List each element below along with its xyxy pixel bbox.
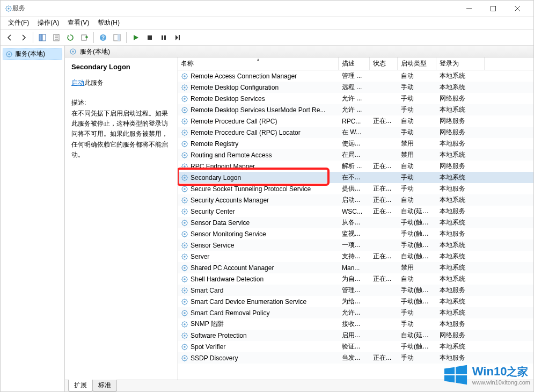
service-row[interactable]: Sensor Service一项...手动(触发...本地系统 <box>178 239 533 251</box>
gear-icon <box>69 48 77 55</box>
service-row[interactable]: Secure Socket Tunneling Protocol Service… <box>178 183 533 194</box>
cell-name: Sensor Data Service <box>178 219 339 227</box>
service-row[interactable]: Spot Verifier验证...手动(触发...本地系统 <box>178 341 533 352</box>
gear-icon <box>181 354 188 362</box>
service-list-body[interactable]: Remote Access Connection Manager管理 ...自动… <box>178 70 533 380</box>
service-row[interactable]: Smart Card管理...手动(触发...本地服务 <box>178 285 533 296</box>
service-row[interactable]: Remote Desktop Services允许 ...手动网络服务 <box>178 93 533 104</box>
service-row[interactable]: Remote Access Connection Manager管理 ...自动… <box>178 70 533 82</box>
column-header-logon[interactable]: 登录为 <box>436 57 485 70</box>
cell-status: 正在... <box>370 184 398 193</box>
service-row[interactable]: RPC Endpoint Mapper解析 ...正在...自动网络服务 <box>178 161 533 172</box>
service-row[interactable]: Smart Card Removal Policy允许...手动本地系统 <box>178 307 533 318</box>
cell-start: 自动 <box>398 162 436 171</box>
cell-desc: 在不... <box>339 173 370 182</box>
column-header-desc[interactable]: 描述 <box>339 57 370 70</box>
service-row[interactable]: Smart Card Device Enumeration Service为给.… <box>178 296 533 307</box>
nav-back-button[interactable] <box>4 32 16 43</box>
cell-desc: 为给... <box>339 297 370 306</box>
service-row[interactable]: Remote Procedure Call (RPC) Locator在 W..… <box>178 127 533 138</box>
column-header-start[interactable]: 启动类型 <box>398 57 436 70</box>
cell-start: 手动(触发... <box>398 218 436 227</box>
close-button[interactable] <box>505 1 529 17</box>
menu-bar: 文件(F) 操作(A) 查看(V) 帮助(H) <box>1 17 533 30</box>
tree-services-local[interactable]: 服务(本地) <box>3 48 62 60</box>
service-row[interactable]: Shared PC Account ManagerMan...禁用本地系统 <box>178 262 533 273</box>
service-row[interactable]: Routing and Remote Access在局...禁用本地系统 <box>178 149 533 161</box>
service-row[interactable]: Remote Registry使远...禁用本地服务 <box>178 138 533 149</box>
cell-start: 手动(触发... <box>398 286 436 295</box>
gear-icon <box>181 174 188 182</box>
window-title: 服务 <box>12 4 457 13</box>
service-name-text: Secure Socket Tunneling Protocol Service <box>191 185 311 193</box>
gear-icon <box>181 332 188 339</box>
cell-desc: Man... <box>339 264 370 272</box>
cell-logon: 本地系统 <box>436 173 485 182</box>
start-service-suffix: 此服务 <box>84 79 104 86</box>
cell-logon: 本地服务 <box>436 207 485 216</box>
service-row[interactable]: Security CenterWSC...正在...自动(延迟...本地服务 <box>178 206 533 217</box>
service-row[interactable]: Sensor Data Service从各...手动(触发...本地系统 <box>178 217 533 228</box>
start-service-button[interactable] <box>130 32 142 43</box>
tab-extended[interactable]: 扩展 <box>68 380 93 391</box>
service-name-text: Remote Desktop Services UserMode Port Re… <box>191 106 325 114</box>
minimize-button[interactable] <box>457 1 481 17</box>
service-row[interactable]: Sensor Monitoring Service监视...手动(触发...本地… <box>178 228 533 239</box>
gear-icon <box>181 151 188 159</box>
gear-icon <box>181 72 188 80</box>
service-name-text: Shared PC Account Manager <box>191 264 274 272</box>
service-name-text: Routing and Remote Access <box>191 151 272 159</box>
cell-logon: 网络服务 <box>436 162 485 171</box>
maximize-button[interactable] <box>481 1 505 17</box>
service-row[interactable]: SNMP 陷阱接收...手动本地服务 <box>178 318 533 330</box>
service-row[interactable]: Remote Desktop Configuration远程 ...手动本地系统 <box>178 82 533 93</box>
cell-status: 正在... <box>370 207 398 216</box>
service-row[interactable]: Secondary Logon在不...手动本地系统 <box>178 172 533 183</box>
cell-logon: 本地服务 <box>436 320 485 329</box>
service-row[interactable]: Shell Hardware Detection为自...正在...自动本地系统 <box>178 273 533 285</box>
nav-forward-button[interactable] <box>18 32 30 43</box>
menu-action[interactable]: 操作(A) <box>33 17 63 28</box>
stop-service-button[interactable] <box>144 32 156 43</box>
gear-icon <box>181 118 188 125</box>
start-service-link[interactable]: 启动 <box>71 79 84 86</box>
cell-desc: 允许 ... <box>339 94 370 103</box>
restart-service-button[interactable] <box>172 32 184 43</box>
properties-button[interactable] <box>50 32 62 43</box>
cell-start: 手动 <box>398 308 436 317</box>
cell-desc: 管理... <box>339 286 370 295</box>
service-row[interactable]: Security Accounts Manager启动...正在...自动本地系… <box>178 194 533 206</box>
service-row[interactable]: Remote Procedure Call (RPC)RPC...正在...自动… <box>178 115 533 127</box>
cell-logon: 本地系统 <box>436 83 485 92</box>
cell-name: Spot Verifier <box>178 343 339 351</box>
service-name-text: Smart Card Removal Policy <box>191 309 269 317</box>
help-button[interactable]: ? <box>97 32 109 43</box>
menu-help[interactable]: 帮助(H) <box>93 17 124 28</box>
service-name-text: RPC Endpoint Mapper <box>191 163 255 170</box>
column-header-status[interactable]: 状态 <box>370 57 398 70</box>
cell-start: 手动 <box>398 128 436 137</box>
cell-desc: 接收... <box>339 320 370 329</box>
action-pane-button[interactable] <box>111 32 123 43</box>
pause-service-button[interactable] <box>158 32 170 43</box>
tab-standard[interactable]: 标准 <box>92 380 117 391</box>
cell-desc: 当发... <box>339 353 370 362</box>
gear-icon <box>181 253 188 260</box>
refresh-button[interactable] <box>64 32 76 43</box>
svg-text:?: ? <box>101 35 105 41</box>
column-header-name[interactable]: 名称 ▴ <box>178 57 339 70</box>
cell-start: 自动 <box>398 195 436 205</box>
menu-file[interactable]: 文件(F) <box>4 17 33 28</box>
cell-start: 手动 <box>398 173 436 182</box>
cell-desc: 支持... <box>339 252 370 261</box>
cell-desc: 在 W... <box>339 128 370 137</box>
service-row[interactable]: Software Protection启用...自动(延迟...网络服务 <box>178 330 533 341</box>
service-row[interactable]: Server支持...正在...自动(触发...本地系统 <box>178 251 533 262</box>
pane-header-label: 服务(本地) <box>80 47 110 56</box>
service-row[interactable]: Remote Desktop Services UserMode Port Re… <box>178 104 533 115</box>
export-list-button[interactable] <box>78 32 90 43</box>
toolbar: ? <box>1 30 533 46</box>
menu-view[interactable]: 查看(V) <box>63 17 93 28</box>
service-row[interactable]: SSDP Discovery当发...正在...手动本地服务 <box>178 352 533 364</box>
show-hide-tree-button[interactable] <box>36 32 48 43</box>
